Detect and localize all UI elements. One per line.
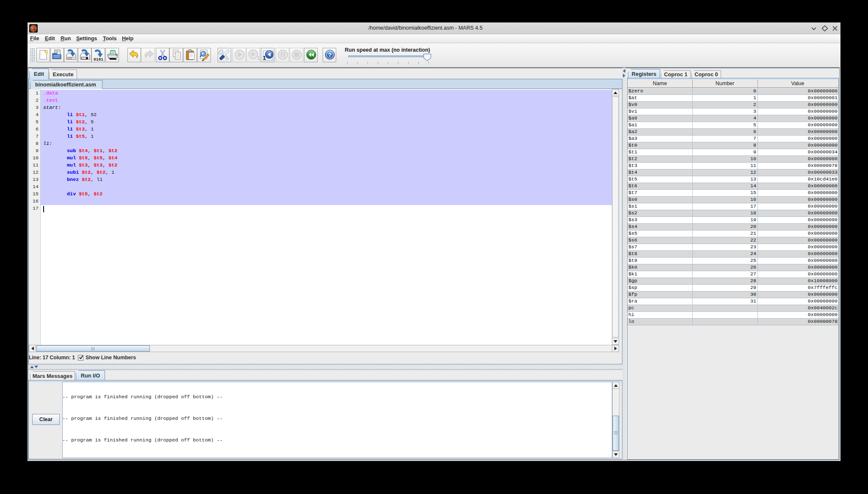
svg-text:1: 1 [257, 55, 260, 61]
svg-text:0101: 0101 [94, 57, 103, 62]
svg-text:?: ? [328, 52, 332, 58]
